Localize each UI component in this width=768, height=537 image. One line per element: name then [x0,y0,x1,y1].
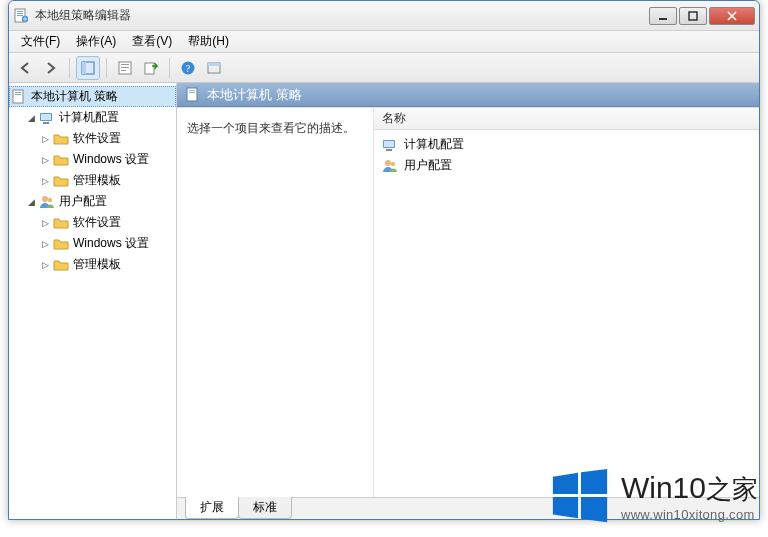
svg-rect-1 [17,11,23,12]
detail-title: 本地计算机 策略 [207,86,302,104]
list-item[interactable]: 计算机配置 [374,134,759,155]
toolbar-separator [106,58,107,78]
windows-logo-icon [549,465,611,527]
svg-rect-6 [689,12,697,20]
svg-rect-17 [208,63,220,66]
folder-icon [53,257,69,273]
menu-view[interactable]: 查看(V) [124,31,180,52]
menubar: 文件(F) 操作(A) 查看(V) 帮助(H) [9,31,759,53]
menu-help[interactable]: 帮助(H) [180,31,237,52]
show-hide-tree-button[interactable] [76,56,100,80]
tree-item-software[interactable]: ▷ 软件设置 [37,212,176,233]
tree-label: Windows 设置 [73,151,149,168]
expand-icon[interactable]: ▷ [39,133,51,145]
svg-rect-20 [15,94,21,95]
toolbar-separator [169,58,170,78]
list-item[interactable]: 用户配置 [374,155,759,176]
tab-extended[interactable]: 扩展 [185,497,239,519]
collapse-icon[interactable]: ◢ [25,112,37,124]
expand-icon[interactable]: ▷ [39,259,51,271]
expand-icon[interactable]: ▷ [39,238,51,250]
app-icon [13,8,29,24]
svg-rect-13 [145,63,154,74]
tree-label: 软件设置 [73,130,121,147]
svg-rect-12 [121,70,126,71]
svg-rect-5 [659,18,667,20]
svg-rect-28 [189,92,195,93]
window-title: 本地组策略编辑器 [35,7,649,24]
toolbar: ? [9,53,759,83]
svg-rect-18 [13,90,23,103]
user-icon [39,194,55,210]
tree-label: 本地计算机 策略 [31,88,118,105]
tree-user-config[interactable]: ◢ 用户配置 [23,191,176,212]
tree-pane[interactable]: 本地计算机 策略 ◢ 计算机配置 ▷ [9,83,177,519]
svg-point-33 [391,161,395,165]
detail-pane: 本地计算机 策略 选择一个项目来查看它的描述。 名称 计算机配置 [177,83,759,519]
watermark-url: www.win10xitong.com [621,507,758,522]
svg-rect-10 [121,64,129,65]
column-header-name[interactable]: 名称 [374,108,759,130]
tree-item-windows[interactable]: ▷ Windows 设置 [37,149,176,170]
list-item-label: 用户配置 [404,157,452,174]
content-area: 本地计算机 策略 ◢ 计算机配置 ▷ [9,83,759,519]
tree-item-windows[interactable]: ▷ Windows 设置 [37,233,176,254]
expand-icon[interactable]: ▷ [39,154,51,166]
filter-button[interactable] [202,56,226,80]
tree-label: 软件设置 [73,214,121,231]
minimize-button[interactable] [649,7,677,25]
toolbar-separator [69,58,70,78]
policy-icon [11,89,27,105]
menu-file[interactable]: 文件(F) [13,31,68,52]
svg-point-24 [42,196,48,202]
svg-rect-2 [17,13,23,14]
computer-icon [382,137,398,153]
maximize-button[interactable] [679,7,707,25]
svg-rect-30 [384,141,394,147]
tree-label: 管理模板 [73,256,121,273]
svg-point-25 [48,197,52,201]
computer-icon [39,110,55,126]
svg-rect-19 [15,92,21,93]
folder-icon [53,236,69,252]
detail-header: 本地计算机 策略 [177,83,759,107]
svg-marker-37 [581,497,607,522]
watermark-brand-zh: 之家 [706,475,758,504]
watermark: Win10之家 www.win10xitong.com [549,465,758,527]
tab-standard[interactable]: 标准 [238,497,292,519]
svg-rect-22 [41,114,51,120]
back-button[interactable] [13,56,37,80]
window-controls [649,7,755,25]
tree-computer-config[interactable]: ◢ 计算机配置 [23,107,176,128]
expand-icon[interactable]: ▷ [39,217,51,229]
list-column: 名称 计算机配置 用户配置 [373,108,759,497]
tree-label: Windows 设置 [73,235,149,252]
tree-item-software[interactable]: ▷ 软件设置 [37,128,176,149]
detail-body: 选择一个项目来查看它的描述。 名称 计算机配置 用户配置 [177,107,759,497]
properties-button[interactable] [113,56,137,80]
user-icon [382,158,398,174]
policy-icon [185,87,201,103]
folder-icon [53,131,69,147]
tree-item-templates[interactable]: ▷ 管理模板 [37,170,176,191]
expand-icon[interactable]: ▷ [39,175,51,187]
folder-icon [53,173,69,189]
forward-button[interactable] [39,56,63,80]
menu-action[interactable]: 操作(A) [68,31,124,52]
svg-marker-35 [581,469,607,494]
export-button[interactable] [139,56,163,80]
help-button[interactable]: ? [176,56,200,80]
watermark-brand-en: Win10 [621,471,706,504]
tree-root[interactable]: 本地计算机 策略 [9,86,176,107]
list-item-label: 计算机配置 [404,136,464,153]
close-button[interactable] [709,7,755,25]
svg-rect-26 [187,88,197,101]
titlebar[interactable]: 本地组策略编辑器 [9,1,759,31]
collapse-icon[interactable]: ◢ [25,196,37,208]
watermark-text: Win10之家 www.win10xitong.com [621,471,758,522]
svg-rect-8 [82,62,86,74]
app-window: 本地组策略编辑器 文件(F) 操作(A) 查看(V) 帮助(H) ? [8,0,760,520]
tree-item-templates[interactable]: ▷ 管理模板 [37,254,176,275]
tree-label: 用户配置 [59,193,107,210]
svg-rect-3 [17,15,23,16]
